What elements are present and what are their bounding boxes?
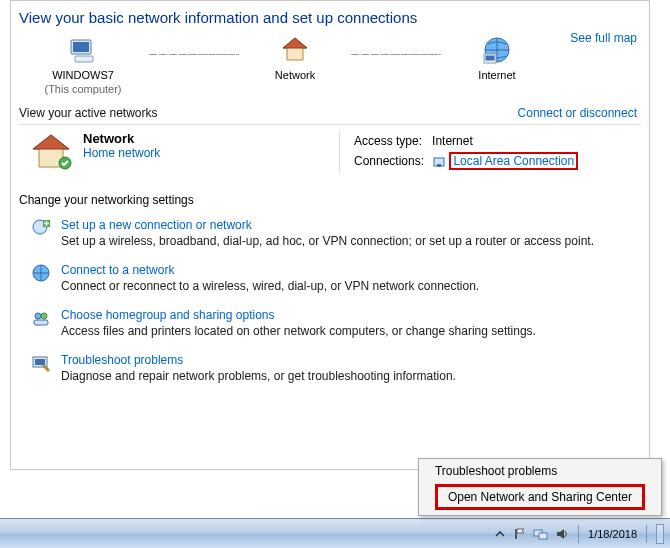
svg-rect-20 [35,359,45,365]
map-network-label: Network [275,68,315,82]
map-internet-label: Internet [478,68,515,82]
task-connect-title[interactable]: Connect to a network [61,263,479,277]
computer-icon [67,34,99,66]
network-sharing-center-panel: View your basic network information and … [10,0,650,470]
change-settings-header: Change your networking settings [19,193,641,207]
map-node-internet: Internet [447,34,547,82]
task-setup-connection: Set up a new connection or network Set u… [19,213,641,258]
active-networks-header: View your active networks [19,106,158,120]
setup-connection-icon [31,218,51,238]
task-homegroup: Choose homegroup and sharing options Acc… [19,303,641,348]
svg-rect-2 [75,56,93,62]
task-connect-desc: Connect or reconnect to a wireless, wire… [61,279,479,293]
task-connect-network: Connect to a network Connect or reconnec… [19,258,641,303]
tray-flag-icon[interactable] [513,527,527,541]
connections-label: Connections: [354,151,430,171]
menu-open-network-center-highlight: Open Network and Sharing Center [435,484,645,510]
network-name: Network [83,131,160,146]
map-connector [149,32,239,56]
page-title: View your basic network information and … [19,9,641,26]
network-category-link[interactable]: Home network [83,146,160,160]
ethernet-icon [432,155,446,169]
tray-network-context-menu: Troubleshoot problems Open Network and S… [418,458,662,516]
map-connector-2 [351,32,441,56]
svg-marker-24 [557,529,564,539]
map-node-network: Network [245,34,345,82]
menu-troubleshoot[interactable]: Troubleshoot problems [421,461,659,481]
task-troubleshoot-title[interactable]: Troubleshoot problems [61,353,456,367]
local-area-connection-link[interactable]: Local Area Connection [453,154,574,168]
globe-internet-icon [481,34,513,66]
task-homegroup-title[interactable]: Choose homegroup and sharing options [61,308,536,322]
task-setup-title[interactable]: Set up a new connection or network [61,218,594,232]
svg-marker-4 [283,38,307,48]
tray-volume-icon[interactable] [555,527,569,541]
system-tray: 1/18/2018 [493,524,664,544]
svg-rect-18 [34,320,48,325]
network-map: WINDOWS7 (This computer) Network Interne… [19,34,641,96]
task-homegroup-desc: Access files and printers located on oth… [61,324,536,338]
tray-date[interactable]: 1/18/2018 [588,528,637,540]
tray-chevron-up-icon[interactable] [493,527,507,541]
task-troubleshoot: Troubleshoot problems Diagnose and repai… [19,348,641,393]
taskbar-area: Troubleshoot problems Open Network and S… [0,518,670,548]
menu-open-network-center[interactable]: Open Network and Sharing Center [421,481,659,513]
svg-point-17 [41,313,47,319]
tray-network-icon[interactable] [533,527,549,541]
homegroup-icon [31,308,51,328]
show-desktop-button[interactable] [656,524,664,544]
svg-marker-9 [33,135,69,149]
svg-point-16 [35,313,41,319]
task-setup-desc: Set up a wireless, broadband, dial-up, a… [61,234,594,248]
map-this-pc-label: WINDOWS7 [44,68,121,82]
svg-rect-23 [539,533,547,539]
map-this-pc-sub: (This computer) [44,82,121,96]
troubleshoot-icon [31,353,51,373]
access-type-label: Access type: [354,133,430,149]
svg-rect-7 [486,56,495,61]
access-type-value: Internet [432,133,584,149]
taskbar[interactable]: 1/18/2018 [0,518,670,548]
house-network-icon [279,34,311,66]
connect-disconnect-link[interactable]: Connect or disconnect [518,106,637,120]
svg-rect-12 [437,164,441,167]
connect-network-icon [31,263,51,283]
task-troubleshoot-desc: Diagnose and repair network problems, or… [61,369,456,383]
home-network-icon [29,131,73,171]
active-network-row: Network Home network Access type: Intern… [19,124,641,179]
svg-rect-1 [73,42,89,52]
map-node-this-computer: WINDOWS7 (This computer) [23,34,143,96]
